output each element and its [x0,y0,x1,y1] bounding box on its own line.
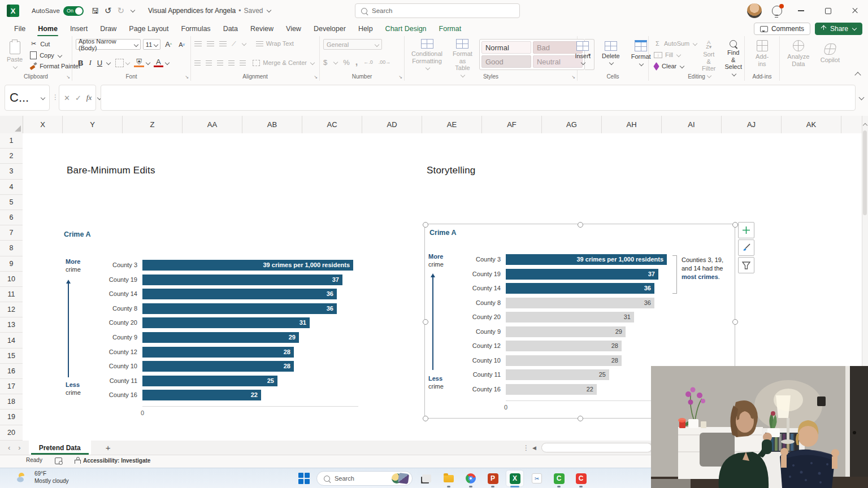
bar-county-10[interactable]: 28 [142,361,294,372]
column-header-AC[interactable]: AC [302,116,362,133]
bar-county-3[interactable]: 39 crimes per 1,000 residents [506,254,667,265]
accessibility-status[interactable]: Accessibility: Investigate [75,457,151,464]
row-header-19[interactable]: 19 [0,409,23,425]
insert-cells-button[interactable]: Insert [571,40,594,66]
tab-view[interactable]: View [280,23,307,35]
row-header-15[interactable]: 15 [0,348,23,364]
column-header-AF[interactable]: AF [482,116,542,133]
document-title[interactable]: Visual Appendices for Angela • Saved [148,7,270,15]
save-icon[interactable]: 🖫 [92,7,99,15]
font-color-button[interactable]: A [154,58,163,67]
tab-insert[interactable]: Insert [64,23,94,35]
camtasia-button[interactable]: C [550,470,567,486]
find-select-button[interactable]: Find & Select [721,39,745,77]
redo-icon[interactable]: ↻ [117,6,124,16]
scroll-left-icon[interactable]: ◀ [532,445,536,451]
file-explorer-button[interactable] [440,470,457,486]
enter-icon[interactable]: ✓ [75,94,81,102]
bar-county-9[interactable]: 29 [142,332,299,343]
row-header-8[interactable]: 8 [0,241,23,256]
horizontal-scroll-thumb[interactable] [541,443,652,452]
bar-county-10[interactable]: 28 [506,355,622,366]
row-header-16[interactable]: 16 [0,364,23,379]
bar-county-8[interactable]: 36 [506,298,654,308]
underline-caret-icon[interactable] [106,60,111,65]
taskbar-search[interactable]: Search [316,471,413,486]
bar-county-11[interactable]: 25 [142,376,277,386]
row-header-14[interactable]: 14 [0,333,23,348]
snipping-tool-button[interactable]: ✂ [528,470,545,486]
styles-launcher-icon[interactable]: ↘ [571,75,575,80]
row-header-17[interactable]: 17 [0,379,23,394]
selection-handle[interactable] [732,222,738,228]
chart-elements-button[interactable] [738,222,754,238]
tab-format[interactable]: Format [433,23,468,35]
tab-home[interactable]: Home [32,23,64,35]
cancel-icon[interactable]: ✕ [64,94,70,102]
column-header-AA[interactable]: AA [183,116,242,133]
bar-county-19[interactable]: 37 [506,269,658,280]
selection-handle[interactable] [423,319,428,325]
tab-formulas[interactable]: Formulas [175,23,217,35]
row-header-12[interactable]: 12 [0,302,23,317]
bar-county-16[interactable]: 22 [506,384,597,395]
row-header-7[interactable]: 7 [0,225,23,241]
font-launcher-icon[interactable]: ↘ [185,75,189,80]
lightbulb-icon[interactable] [772,6,782,16]
vertical-scroll-thumb[interactable] [863,130,867,215]
selection-handle[interactable] [423,222,428,228]
row-header-20[interactable]: 20 [0,425,23,441]
chart-styles-button[interactable] [738,239,754,256]
font-name-select[interactable]: Aptos Narrow (Body) [76,39,141,50]
row-header-1[interactable]: 1 [0,133,23,149]
shrink-font-button[interactable]: Av [176,41,187,48]
tab-data[interactable]: Data [217,23,244,35]
chrome-button[interactable] [462,470,479,486]
row-header-18[interactable]: 18 [0,394,23,409]
row-header-5[interactable]: 5 [0,195,23,210]
column-header-X[interactable]: X [23,116,63,133]
undo-icon[interactable]: ↺ [105,6,112,16]
column-header-AK[interactable]: AK [782,116,841,133]
new-sheet-button[interactable]: + [91,443,125,452]
font-size-select[interactable]: 11 [143,39,160,50]
row-header-9[interactable]: 9 [0,256,23,272]
delete-cells-button[interactable]: Delete [598,40,623,66]
collapse-ribbon-icon[interactable] [854,72,861,78]
row-header-10[interactable]: 10 [0,272,23,287]
row-header-6[interactable]: 6 [0,210,23,225]
clear-button[interactable]: Clear [652,62,696,71]
bar-county-14[interactable]: 36 [506,283,654,294]
customize-qat-icon[interactable] [131,7,135,12]
formula-bar-splitter[interactable]: ⋮ [52,93,59,101]
tab-scroll-splitter[interactable]: ⋮ [523,444,530,452]
column-header-AD[interactable]: AD [362,116,422,133]
grow-font-button[interactable]: A^ [163,40,174,49]
excel-app-icon[interactable]: X [7,5,19,17]
italic-button[interactable]: I [86,58,93,67]
comments-button[interactable]: Comments [754,23,810,35]
bar-county-11[interactable]: 25 [506,369,609,380]
bar-county-19[interactable]: 37 [142,274,342,285]
close-button[interactable] [847,2,863,19]
expand-formula-bar-icon[interactable] [859,95,865,101]
alignment-launcher-icon[interactable]: ↘ [314,75,318,80]
bar-county-8[interactable]: 36 [142,303,337,314]
selection-handle[interactable] [732,319,738,325]
user-avatar[interactable] [747,3,762,18]
column-header-AB[interactable]: AB [242,116,302,133]
autosave-toggle[interactable]: On [63,6,84,16]
column-header-AJ[interactable]: AJ [722,116,782,133]
tab-review[interactable]: Review [244,23,280,35]
task-view-button[interactable] [418,470,435,486]
row-header-4[interactable]: 4 [0,180,23,195]
row-header-3[interactable]: 3 [0,164,23,179]
tab-help[interactable]: Help [352,23,379,35]
chart-filters-button[interactable] [738,257,754,273]
start-button[interactable] [298,473,310,484]
tab-draw[interactable]: Draw [94,23,123,35]
minimize-button[interactable] [792,2,809,19]
bold-button[interactable]: B [76,59,85,67]
search-box[interactable]: Search [355,3,520,18]
formula-input[interactable] [101,85,856,111]
